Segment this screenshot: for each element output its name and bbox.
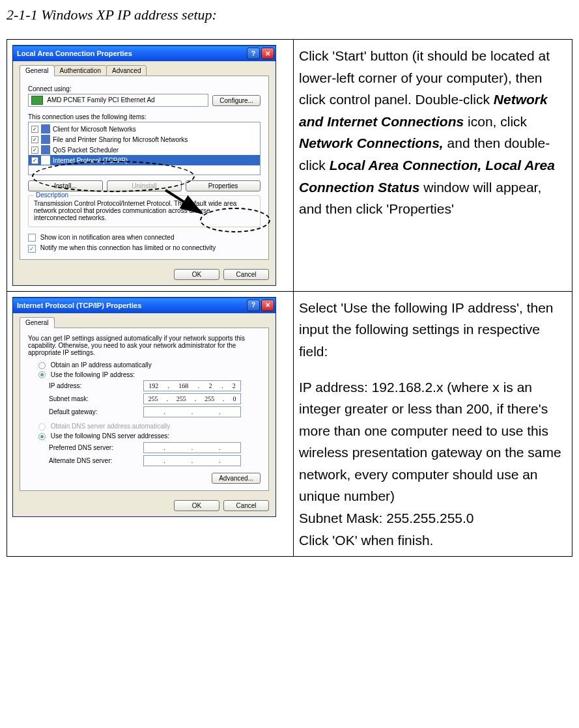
ip-octet: 2 bbox=[233, 382, 236, 389]
advanced-button[interactable]: Advanced... bbox=[212, 473, 261, 484]
list-item-selected[interactable]: ✓ Internet Protocol (TCP/IP) bbox=[29, 155, 260, 165]
subnet-label: Subnet mask: bbox=[49, 395, 143, 402]
ip-octet bbox=[150, 457, 152, 464]
help-button[interactable]: ? bbox=[247, 300, 260, 311]
radio-auto-dns: Obtain DNS server address automatically bbox=[38, 423, 261, 430]
component-icon bbox=[41, 135, 50, 144]
alt-dns-label: Alternate DNS server: bbox=[49, 457, 143, 464]
adapter-name: AMD PCNET Family PCI Ethernet Ad bbox=[47, 96, 154, 104]
component-icon bbox=[41, 124, 50, 133]
gateway-label: Default gateway: bbox=[49, 408, 143, 415]
instruction-text: IP address: 192.168.2.x (where x is an i… bbox=[299, 376, 567, 508]
titlebar[interactable]: Internet Protocol (TCP/IP) Properties ? … bbox=[13, 298, 275, 313]
subnet-input[interactable]: 255. 255. 255. 0 bbox=[143, 393, 241, 404]
install-button[interactable]: Install... bbox=[28, 180, 103, 191]
ip-octet: 2 bbox=[209, 382, 212, 389]
ip-octet bbox=[150, 408, 152, 415]
ip-octet bbox=[178, 408, 180, 415]
checkbox-icon[interactable]: ✓ bbox=[31, 147, 38, 154]
tab-general[interactable]: General bbox=[20, 317, 55, 328]
item-label: File and Printer Sharing for Microsoft N… bbox=[53, 136, 188, 143]
checkbox-icon[interactable]: ✓ bbox=[31, 157, 38, 164]
radio-icon[interactable] bbox=[38, 433, 46, 440]
cancel-button[interactable]: Cancel bbox=[223, 500, 269, 511]
radio-label: Use the following IP address: bbox=[51, 371, 135, 378]
ip-octet bbox=[178, 457, 180, 464]
radio-icon[interactable] bbox=[38, 371, 46, 378]
ip-address-label: IP address: bbox=[49, 382, 143, 389]
ip-octet bbox=[233, 408, 234, 415]
gateway-input[interactable]: . . . bbox=[143, 406, 241, 417]
instruction-cell-2: Select 'Use the following IP address', t… bbox=[294, 291, 572, 557]
screenshot-cell-2: Internet Protocol (TCP/IP) Properties ? … bbox=[7, 291, 294, 557]
checkbox-icon[interactable] bbox=[28, 234, 36, 242]
cancel-button[interactable]: Cancel bbox=[223, 269, 269, 280]
ip-octet bbox=[205, 457, 207, 464]
intro-text: You can get IP settings assigned automat… bbox=[28, 335, 261, 356]
window-title: Internet Protocol (TCP/IP) Properties bbox=[17, 301, 246, 309]
items-listbox[interactable]: ✓ Client for Microsoft Networks ✓ File a… bbox=[28, 122, 261, 175]
item-label: Internet Protocol (TCP/IP) bbox=[53, 157, 128, 164]
ip-octet: 255 bbox=[148, 395, 158, 402]
ip-octet bbox=[178, 444, 180, 451]
ip-octet bbox=[205, 444, 207, 451]
pref-dns-label: Preferred DNS server: bbox=[49, 444, 143, 451]
uninstall-button: Uninstall bbox=[107, 180, 182, 191]
close-button[interactable]: ✕ bbox=[261, 48, 274, 59]
checkbox-row[interactable]: ✓ Notify me when this connection has lim… bbox=[28, 244, 261, 252]
checkbox-row[interactable]: Show icon in notification area when conn… bbox=[28, 234, 261, 242]
ok-button[interactable]: OK bbox=[174, 500, 219, 511]
ok-button[interactable]: OK bbox=[174, 269, 219, 280]
help-button[interactable]: ? bbox=[247, 48, 260, 59]
radio-auto-ip[interactable]: Obtain an IP address automatically bbox=[38, 361, 261, 369]
instruction-table: Local Area Connection Properties ? ✕ Gen… bbox=[7, 39, 572, 557]
radio-use-dns[interactable]: Use the following DNS server addresses: bbox=[38, 432, 261, 440]
radio-label: Obtain an IP address automatically bbox=[51, 361, 152, 369]
checkbox-icon[interactable]: ✓ bbox=[28, 245, 36, 253]
instruction-text: Click 'OK' when finish. bbox=[299, 529, 567, 552]
ip-octet: 192 bbox=[148, 382, 158, 389]
ip-octet bbox=[150, 444, 152, 451]
ip-octet: 168 bbox=[178, 382, 188, 389]
item-label: Client for Microsoft Networks bbox=[53, 126, 136, 133]
item-label: QoS Packet Scheduler bbox=[53, 147, 119, 154]
section-title: 2-1-1 Windows XP IP address setup: bbox=[7, 7, 572, 23]
list-item[interactable]: ✓ Client for Microsoft Networks bbox=[29, 124, 260, 134]
ip-octet: 0 bbox=[233, 395, 236, 402]
screenshot-cell-1: Local Area Connection Properties ? ✕ Gen… bbox=[7, 40, 294, 292]
ip-octet: 255 bbox=[205, 395, 214, 402]
component-icon bbox=[41, 156, 50, 165]
tab-advanced[interactable]: Advanced bbox=[106, 65, 147, 76]
radio-icon[interactable] bbox=[38, 362, 46, 369]
component-icon bbox=[41, 145, 50, 154]
ip-octet bbox=[205, 408, 207, 415]
radio-label: Use the following DNS server addresses: bbox=[51, 432, 169, 440]
tab-general[interactable]: General bbox=[20, 65, 55, 76]
radio-icon bbox=[38, 423, 46, 430]
tabstrip: General Authentication Advanced bbox=[20, 65, 269, 76]
radio-use-ip[interactable]: Use the following IP address: bbox=[38, 371, 261, 379]
pref-dns-input[interactable]: . . . bbox=[143, 442, 241, 453]
adapter-field: AMD PCNET Family PCI Ethernet Ad bbox=[28, 94, 208, 107]
ip-octet bbox=[233, 457, 234, 464]
instruction-text: icon, click bbox=[468, 114, 527, 129]
instruction-cell-1: Click 'Start' button (it should be locat… bbox=[294, 40, 572, 292]
checkbox-icon[interactable]: ✓ bbox=[31, 136, 38, 143]
configure-button[interactable]: Configure... bbox=[212, 95, 261, 106]
list-item[interactable]: ✓ QoS Packet Scheduler bbox=[29, 145, 260, 155]
titlebar[interactable]: Local Area Connection Properties ? ✕ bbox=[13, 46, 275, 61]
alt-dns-input[interactable]: . . . bbox=[143, 455, 241, 466]
checkbox-icon[interactable]: ✓ bbox=[31, 126, 38, 133]
checkbox-label: Notify me when this connection has limit… bbox=[40, 244, 216, 251]
list-item[interactable]: ✓ File and Printer Sharing for Microsoft… bbox=[29, 134, 260, 145]
items-label: This connection uses the following items… bbox=[28, 113, 261, 120]
properties-button[interactable]: Properties bbox=[186, 180, 261, 191]
description-fieldset: Description Transmission Control Protoco… bbox=[28, 195, 261, 227]
ip-address-input[interactable]: 192. 168. 2. 2 bbox=[143, 380, 241, 391]
description-legend: Description bbox=[34, 191, 70, 199]
adapter-icon bbox=[31, 96, 43, 105]
instruction-text: Select 'Use the following IP address', t… bbox=[299, 297, 567, 363]
tab-authentication[interactable]: Authentication bbox=[54, 65, 107, 76]
ip-octet bbox=[233, 444, 234, 451]
close-button[interactable]: ✕ bbox=[261, 300, 274, 311]
